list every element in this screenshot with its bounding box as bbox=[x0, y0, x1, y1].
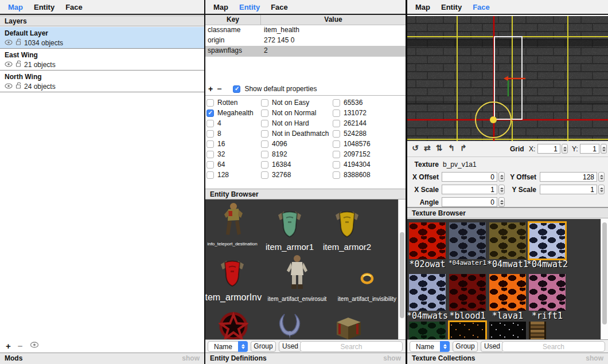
layer-row-north-wing[interactable]: North Wing24 objects bbox=[0, 71, 204, 92]
show-default-properties-checkbox[interactable] bbox=[233, 85, 240, 93]
spawnflag-8[interactable]: 8 bbox=[206, 128, 254, 139]
grid-y-stepper[interactable] bbox=[601, 144, 607, 154]
entity-search-input[interactable] bbox=[300, 341, 403, 352]
checkbox[interactable] bbox=[333, 130, 340, 138]
lock-icon[interactable] bbox=[15, 82, 21, 91]
checkbox[interactable] bbox=[261, 161, 268, 169]
entity-thumb[interactable] bbox=[270, 312, 309, 339]
property-value[interactable]: 2 bbox=[261, 46, 406, 56]
property-value[interactable]: item_health bbox=[261, 25, 406, 36]
spawnflag-131072[interactable]: 131072 bbox=[333, 108, 371, 118]
spawnflag-65536[interactable]: 65536 bbox=[333, 97, 371, 108]
checkbox[interactable] bbox=[261, 99, 268, 107]
checkbox[interactable] bbox=[333, 161, 340, 169]
spawnflag-not-on-hard[interactable]: Not on Hard bbox=[261, 118, 329, 128]
tab-map[interactable]: Map bbox=[415, 3, 430, 11]
x-scale-input[interactable] bbox=[442, 185, 497, 194]
texture-browser-scrollbar[interactable] bbox=[601, 219, 608, 339]
angle-stepper[interactable] bbox=[498, 197, 505, 207]
texture-tile-lava1[interactable] bbox=[489, 274, 526, 311]
y-offset-stepper[interactable] bbox=[598, 172, 605, 182]
uv-editor-viewport[interactable] bbox=[407, 16, 608, 141]
layer-row-default-layer[interactable]: Default Layer1034 objects bbox=[0, 27, 204, 49]
visibility-icon[interactable] bbox=[5, 83, 13, 91]
checkbox[interactable] bbox=[333, 109, 340, 117]
spawnflag-megahealth[interactable]: Megahealth bbox=[206, 108, 254, 118]
tab-entity[interactable]: Entity bbox=[239, 3, 260, 11]
checkbox[interactable] bbox=[333, 140, 340, 148]
visibility-icon[interactable] bbox=[5, 39, 13, 47]
visibility-icon[interactable] bbox=[5, 61, 13, 69]
checkbox[interactable] bbox=[261, 109, 268, 117]
checkbox[interactable] bbox=[206, 109, 214, 117]
mods-show-link[interactable]: show bbox=[182, 353, 200, 364]
spawnflag-not-in-deathmatch[interactable]: Not in Deathmatch bbox=[261, 128, 329, 139]
scrollbar-thumb[interactable] bbox=[602, 222, 607, 324]
property-value[interactable]: 272 145 0 bbox=[261, 36, 406, 46]
spawnflag-32[interactable]: 32 bbox=[206, 149, 254, 159]
entity-thumb-item_armorInv[interactable] bbox=[213, 259, 252, 293]
flip-horizontal-icon[interactable]: ⇄ bbox=[424, 143, 431, 152]
toggle-visibility-icon[interactable] bbox=[30, 342, 39, 350]
checkbox[interactable] bbox=[261, 120, 268, 127]
y-scale-stepper[interactable] bbox=[598, 185, 605, 194]
spawnflag-8192[interactable]: 8192 bbox=[261, 149, 329, 159]
grid-x-stepper[interactable] bbox=[562, 144, 568, 154]
texture-tile[interactable] bbox=[409, 322, 446, 339]
entity-browser-scrollbar[interactable] bbox=[398, 199, 406, 339]
spawnflag-64[interactable]: 64 bbox=[206, 159, 254, 170]
x-offset-stepper[interactable] bbox=[498, 172, 505, 182]
add-property-button[interactable]: + bbox=[208, 84, 213, 93]
x-offset-input[interactable] bbox=[442, 172, 497, 182]
key-column-header[interactable]: Key bbox=[205, 15, 261, 25]
tab-entity[interactable]: Entity bbox=[441, 3, 462, 11]
entity-thumb-item_armor1[interactable] bbox=[270, 210, 309, 240]
entity-thumb-info_teleport_destination[interactable] bbox=[213, 202, 252, 241]
spawnflag-1048576[interactable]: 1048576 bbox=[333, 139, 371, 149]
checkbox[interactable] bbox=[333, 120, 340, 127]
y-offset-input[interactable] bbox=[540, 172, 597, 182]
checkbox[interactable] bbox=[206, 140, 214, 148]
entity-thumb-item_artifact_envirosuit[interactable] bbox=[278, 255, 317, 294]
checkbox[interactable] bbox=[261, 171, 268, 179]
entity-definitions-show-link[interactable]: show bbox=[383, 353, 401, 364]
texture-search-input[interactable] bbox=[502, 341, 605, 352]
checkbox[interactable] bbox=[206, 99, 214, 107]
tab-face[interactable]: Face bbox=[473, 3, 490, 11]
property-key[interactable]: classname bbox=[205, 25, 261, 36]
add-layer-button[interactable]: + bbox=[6, 341, 11, 351]
texture-tile[interactable] bbox=[529, 322, 546, 339]
spawnflag-rotten[interactable]: Rotten bbox=[206, 97, 254, 108]
checkbox[interactable] bbox=[333, 99, 340, 107]
spawnflag-4096[interactable]: 4096 bbox=[261, 139, 329, 149]
spawnflag-2097152[interactable]: 2097152 bbox=[333, 149, 371, 159]
texture-tile-04mwats[interactable] bbox=[409, 274, 446, 311]
entity-used-button[interactable]: Used bbox=[279, 341, 302, 352]
grid-y-input[interactable] bbox=[580, 144, 599, 154]
spawnflag-16384[interactable]: 16384 bbox=[261, 159, 329, 170]
texture-collections-show-link[interactable]: show bbox=[586, 353, 603, 364]
property-key[interactable]: spawnflags bbox=[205, 46, 261, 56]
checkbox[interactable] bbox=[261, 140, 268, 148]
texture-tile-04awater1[interactable] bbox=[449, 222, 486, 259]
checkbox[interactable] bbox=[206, 130, 214, 138]
layer-row-east-wing[interactable]: East Wing21 objects bbox=[0, 49, 204, 71]
texture-tile-04mwat2[interactable] bbox=[529, 222, 566, 259]
grid-x-input[interactable] bbox=[537, 144, 560, 154]
angle-input[interactable] bbox=[442, 197, 497, 207]
remove-layer-button[interactable]: − bbox=[18, 341, 23, 351]
tab-map[interactable]: Map bbox=[8, 3, 23, 11]
checkbox[interactable] bbox=[206, 120, 214, 127]
property-row-origin[interactable]: origin272 145 0 bbox=[205, 36, 406, 46]
spawnflag-32768[interactable]: 32768 bbox=[261, 170, 329, 180]
entity-thumb[interactable] bbox=[214, 311, 253, 339]
checkbox[interactable] bbox=[206, 171, 214, 179]
texture-group-button[interactable]: Group bbox=[453, 341, 478, 352]
entity-sort-dropdown[interactable]: Name bbox=[208, 341, 248, 352]
entity-thumb-item_artifact_invisibility[interactable] bbox=[348, 272, 387, 288]
tab-face[interactable]: Face bbox=[271, 3, 288, 11]
flip-vertical-icon[interactable]: ⇅ bbox=[436, 143, 443, 152]
lock-icon[interactable] bbox=[15, 38, 21, 47]
tab-entity[interactable]: Entity bbox=[34, 3, 54, 11]
texture-tile[interactable] bbox=[449, 322, 486, 339]
